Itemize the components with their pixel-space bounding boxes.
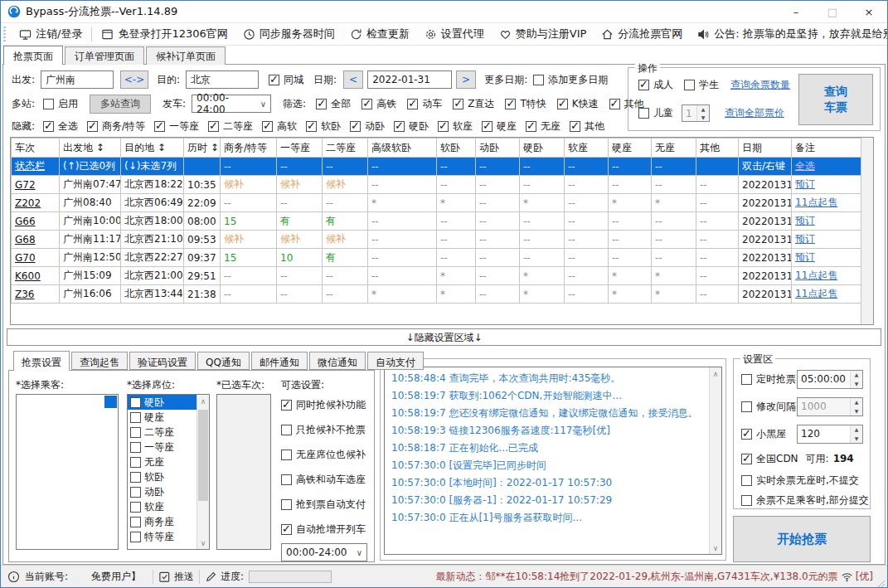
seat-option-checkbox[interactable] bbox=[130, 412, 141, 423]
column-header[interactable]: 硬卧 bbox=[520, 138, 565, 158]
hide-column-checkbox-2-box[interactable] bbox=[87, 121, 98, 132]
train-number-link[interactable]: G70 bbox=[15, 252, 36, 264]
seat-option-8[interactable]: 软座 bbox=[128, 499, 197, 514]
hide-column-checkbox-1[interactable]: 全选 bbox=[43, 119, 78, 134]
train-type-checkbox-4[interactable]: Z直达 bbox=[453, 97, 494, 111]
push-label[interactable]: 推送 bbox=[174, 570, 194, 584]
hide-column-checkbox-7-box[interactable] bbox=[350, 121, 361, 132]
query-remaining-link[interactable]: 查询余票数量 bbox=[730, 78, 790, 92]
cdn-box[interactable] bbox=[741, 454, 752, 464]
hide-column-checkbox-8-box[interactable] bbox=[394, 121, 405, 132]
train-type-checkbox-3[interactable]: 动车 bbox=[407, 97, 442, 111]
train-number-link[interactable]: K600 bbox=[15, 270, 41, 282]
action-link[interactable]: 全选 bbox=[795, 160, 815, 172]
toolbar-item-7[interactable]: 分流抢票官网 bbox=[594, 23, 690, 45]
train-type-checkbox-1[interactable]: 全部 bbox=[316, 97, 351, 111]
swap-stations-button[interactable]: <-> bbox=[120, 70, 148, 89]
timed-grab-checkbox[interactable]: 定时抢票 bbox=[741, 372, 796, 386]
prev-date-button[interactable]: < bbox=[343, 70, 363, 89]
column-header[interactable]: 二等座 bbox=[323, 138, 368, 158]
table-row[interactable]: G72广州南07:47北京西18:2210:35候补候补候补----------… bbox=[12, 176, 861, 194]
settings-tab-5[interactable]: 邮件通知 bbox=[251, 352, 308, 370]
page-tab-2[interactable]: 订单管理页面 bbox=[65, 46, 144, 65]
grab-option-3[interactable]: 无座席位也候补 bbox=[281, 442, 366, 467]
hide-settings-divider[interactable]: ↓隐藏设置区域↓ bbox=[7, 328, 881, 346]
maximize-icon[interactable]: □ bbox=[814, 1, 851, 22]
seat-option-checkbox[interactable] bbox=[130, 487, 141, 498]
action-link[interactable]: 预订 bbox=[795, 215, 815, 226]
toolbar-grip-handle[interactable] bbox=[3, 27, 6, 41]
table-row[interactable]: G68广州南11:17北京西21:1009:53候补候补候补----------… bbox=[12, 231, 861, 249]
multi-station-enable-checkbox[interactable]: 启用 bbox=[43, 97, 78, 111]
train-type-checkbox-2-box[interactable] bbox=[362, 99, 372, 109]
push-icon[interactable] bbox=[158, 571, 171, 583]
toolbar-item-4[interactable]: 检查更新 bbox=[342, 23, 417, 45]
adult-checkbox-box[interactable] bbox=[638, 80, 649, 90]
hide-column-checkbox-5-box[interactable] bbox=[262, 121, 273, 132]
train-number-link[interactable]: G68 bbox=[15, 234, 36, 245]
seat-option-checkbox[interactable] bbox=[130, 502, 141, 513]
same-city-checkbox-box[interactable] bbox=[269, 75, 279, 85]
column-header[interactable]: 历时 ↕ bbox=[184, 138, 221, 158]
column-header[interactable]: 日期 bbox=[739, 138, 792, 158]
hide-column-checkbox-10-box[interactable] bbox=[482, 121, 493, 132]
start-grab-button[interactable]: 开始抢票 bbox=[733, 516, 871, 562]
seat-option-1[interactable]: 硬卧 bbox=[128, 395, 197, 410]
table-row[interactable]: Z36广州16:06北京西13:4421:38------**--*--**--… bbox=[12, 285, 861, 304]
blackroom-checkbox[interactable]: 小黑屋 bbox=[741, 427, 786, 441]
column-header[interactable]: 动卧 bbox=[476, 138, 520, 158]
student-checkbox-box[interactable] bbox=[684, 80, 695, 90]
table-row[interactable]: G70广州南12:50北京西22:2709:371510有-----------… bbox=[12, 249, 861, 267]
settings-tab-1[interactable]: 抢票设置 bbox=[13, 351, 70, 371]
depart-station-input[interactable]: 广州南 bbox=[41, 70, 114, 89]
action-link[interactable]: 预订 bbox=[795, 233, 815, 245]
date-input[interactable]: 2022-01-31 bbox=[367, 70, 452, 89]
settings-tab-2[interactable]: 查询起售 bbox=[71, 352, 128, 370]
minimize-icon[interactable]: – bbox=[778, 1, 814, 22]
train-number-link[interactable]: Z36 bbox=[15, 289, 35, 300]
seat-option-checkbox[interactable] bbox=[130, 442, 141, 453]
column-header[interactable]: 软卧 bbox=[437, 138, 476, 158]
grab-option-6[interactable]: 自动抢增开列车 bbox=[281, 517, 366, 542]
timed-grab-box[interactable] bbox=[741, 374, 752, 385]
scroll-down-icon[interactable] bbox=[197, 537, 209, 549]
hide-column-checkbox-10[interactable]: 硬座 bbox=[482, 119, 517, 134]
multi-station-query-button[interactable]: 多站查询 bbox=[90, 95, 151, 114]
blackroom-box[interactable] bbox=[741, 429, 752, 440]
status-row[interactable]: 状态栏(↑)已选0列(↓)未选7列--------------------双击/… bbox=[12, 158, 861, 176]
hide-column-checkbox-8[interactable]: 硬卧 bbox=[394, 119, 429, 134]
noseat-checkbox[interactable]: 实时余票无座时,不提交 bbox=[741, 474, 859, 488]
partial-checkbox[interactable]: 余票不足乘客时,部分提交 bbox=[741, 493, 869, 508]
hide-column-checkbox-11-box[interactable] bbox=[526, 121, 536, 132]
column-header[interactable]: 目的地 ↕ bbox=[121, 138, 184, 158]
train-type-checkbox-2[interactable]: 高铁 bbox=[362, 97, 396, 111]
grab-option-1[interactable]: 同时抢候补功能 bbox=[281, 392, 366, 417]
train-number-link[interactable]: G72 bbox=[15, 179, 36, 191]
grab-option-1-box[interactable] bbox=[281, 400, 292, 411]
settings-tab-7[interactable]: 自动支付 bbox=[367, 352, 424, 370]
seat-option-checkbox[interactable] bbox=[130, 427, 141, 438]
settings-tab-3[interactable]: 验证码设置 bbox=[129, 352, 196, 370]
train-type-checkbox-3-box[interactable] bbox=[407, 99, 418, 109]
scrollbar-thumb[interactable] bbox=[198, 410, 208, 501]
seat-option-3[interactable]: 二等座 bbox=[128, 425, 197, 440]
child-checkbox-box[interactable] bbox=[638, 108, 649, 119]
seat-option-7[interactable]: 动卧 bbox=[128, 484, 197, 499]
resize-grip[interactable] bbox=[876, 579, 885, 587]
train-number-link[interactable]: Z202 bbox=[15, 197, 41, 209]
seat-option-2[interactable]: 硬座 bbox=[128, 410, 197, 425]
grab-option-6-box[interactable] bbox=[281, 524, 292, 535]
page-tab-1[interactable]: 抢票页面 bbox=[3, 46, 63, 65]
seat-option-checkbox[interactable] bbox=[130, 397, 141, 408]
hide-column-checkbox-4-box[interactable] bbox=[208, 121, 219, 132]
adult-checkbox[interactable]: 成人 bbox=[638, 78, 673, 92]
column-header[interactable]: 其他 bbox=[696, 138, 739, 158]
train-type-checkbox-6-box[interactable] bbox=[557, 99, 568, 109]
seat-option-6[interactable]: 软卧 bbox=[128, 469, 197, 484]
next-date-button[interactable]: > bbox=[456, 70, 476, 89]
interval-spinner[interactable]: 1000 bbox=[797, 397, 863, 416]
toolbar-item-3[interactable]: 同步服务器时间 bbox=[235, 23, 342, 45]
scroll-up-icon[interactable] bbox=[197, 395, 209, 407]
scroll-down-icon[interactable] bbox=[710, 542, 721, 554]
column-header[interactable]: 软座 bbox=[565, 138, 609, 158]
